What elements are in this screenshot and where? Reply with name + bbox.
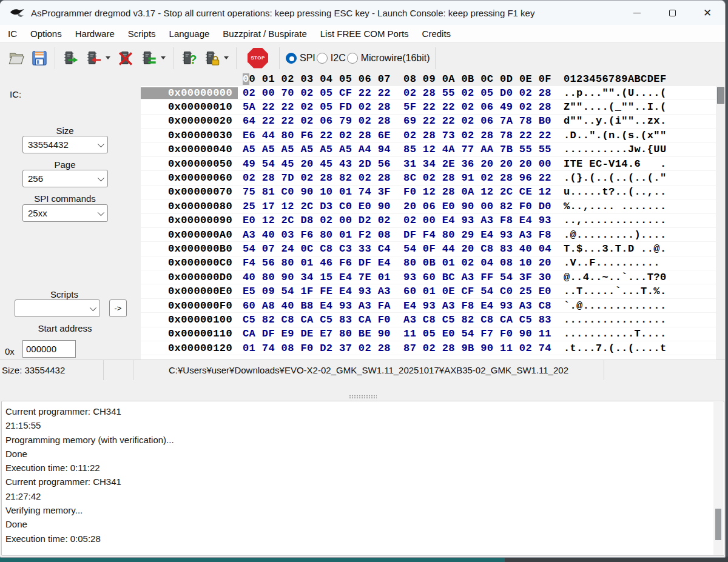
hex-row-ascii[interactable]: ..,.............	[564, 215, 667, 226]
interface-radio[interactable]: I2C	[317, 53, 346, 64]
menu-item[interactable]: Hardware	[69, 25, 121, 42]
status-bar: Size: 33554432 C:¥Users¥user¥Downloads¥E…	[0, 360, 725, 380]
page-value: 256	[28, 173, 98, 184]
hex-row-bytes[interactable]: 54 07 24 0C C8 C3 33 C4 54 0F 44 20 C8 8…	[243, 243, 551, 255]
hex-row-ascii[interactable]: ...........T....	[564, 328, 667, 340]
interface-radio[interactable]: Microwire(16bit)	[347, 53, 430, 64]
hex-row-bytes[interactable]: 02 00 70 02 05 CF 22 22 02 28 55 02 05 D…	[243, 87, 551, 99]
open-file-button[interactable]	[5, 47, 28, 70]
hex-row-ascii[interactable]: d""..y.(i""..zx.	[564, 115, 667, 127]
hex-row-bytes[interactable]: F4 56 80 01 46 F6 DF E4 80 0B 01 02 04 0…	[243, 257, 551, 269]
hex-row-bytes[interactable]: E0 12 2C D8 02 00 D2 02 02 00 E4 93 A3 F…	[243, 215, 551, 226]
hex-row-address: 0x00000050	[141, 158, 238, 170]
hex-row-address: 0x00000010	[141, 101, 238, 113]
save-floppy-icon	[31, 50, 48, 67]
hex-row-bytes[interactable]: E6 44 80 F6 22 02 28 6E 02 28 73 02 28 7…	[243, 130, 551, 141]
menu-item[interactable]: IC	[1, 25, 24, 42]
hex-row-ascii[interactable]: .(}.(..(..(..(."	[564, 172, 667, 184]
hex-row-bytes[interactable]: 40 80 90 34 15 E4 7E 01 93 60 BC A3 FF 5…	[243, 272, 551, 283]
hex-row-ascii[interactable]: ..p..."".(U....(	[564, 87, 667, 99]
menu-item[interactable]: Buzzpirat / Buspirate	[216, 25, 313, 42]
start-address-label: Start address	[0, 323, 130, 333]
unprotect-ic-button[interactable]	[200, 47, 223, 70]
hex-row-ascii[interactable]: @..4..~..`...T?0	[564, 272, 667, 283]
scripts-combobox[interactable]	[15, 299, 100, 317]
log-line: Execution time: 0:11:22	[5, 461, 724, 475]
hex-row-ascii[interactable]: .t...7.(..(....t	[564, 343, 667, 354]
verify-options-dropdown-icon[interactable]	[161, 56, 166, 59]
minimize-icon	[633, 13, 641, 13]
hex-row-bytes[interactable]: 5A 22 22 02 05 FD 02 28 5F 22 22 02 06 4…	[243, 101, 551, 113]
write-options-dropdown-icon[interactable]	[106, 56, 110, 59]
menu-item[interactable]: Language	[163, 25, 217, 42]
hex-row-bytes[interactable]: 49 54 45 20 45 43 2D 56 31 34 2E 36 20 2…	[243, 158, 551, 170]
hex-editor: 00 01 02 03 04 05 06 07 08 09 0A 0B 0C 0…	[141, 72, 726, 360]
hex-scrollbar[interactable]	[716, 86, 726, 360]
hex-row-ascii[interactable]: ITE EC-V14.6 .	[564, 158, 667, 170]
hex-row-bytes[interactable]: A5 A5 A5 A5 A5 A5 A4 94 85 12 4A 77 AA 7…	[243, 144, 551, 155]
menu-item[interactable]: List FREE COM Ports	[314, 25, 416, 42]
detect-ic-button[interactable]: ?	[177, 47, 200, 70]
save-file-button[interactable]	[28, 47, 51, 70]
menu-item[interactable]: Scripts	[121, 25, 163, 42]
spi-commands-combobox[interactable]: 25xx	[22, 204, 108, 222]
hex-row-ascii[interactable]: ..........Jw.{UU	[564, 144, 667, 155]
hex-row-ascii[interactable]: .V..F..........	[564, 257, 667, 269]
close-button[interactable]: ✕	[690, 1, 725, 25]
hex-row-ascii[interactable]: T.$...3.T.D ..@.	[564, 243, 667, 255]
hex-row-bytes[interactable]: C5 82 C8 CA C5 83 CA F0 A3 C8 C5 82 C8 C…	[243, 314, 551, 326]
page-combobox[interactable]: 256	[22, 170, 108, 187]
menu-item[interactable]: Options	[24, 25, 69, 42]
menu-item[interactable]: Credits	[416, 25, 458, 42]
hex-row-address: 0x00000000	[141, 87, 238, 99]
hex-row-bytes[interactable]: CA DF E9 DE E7 80 BE 90 11 05 E0 54 F7 F…	[243, 328, 551, 340]
menu-bar: ICOptionsHardwareScriptsLanguageBuzzpira…	[0, 25, 725, 43]
verify-ic-button[interactable]	[137, 47, 160, 70]
hex-row-ascii[interactable]: .@.........)....	[564, 229, 667, 241]
hex-row-address: 0x000000A0	[141, 229, 238, 241]
size-combobox[interactable]: 33554432	[22, 136, 108, 153]
hex-row-bytes[interactable]: E5 09 54 1F FE E4 93 A3 60 01 0E CF 54 C…	[243, 286, 551, 297]
log-line: Verifying memory...	[5, 503, 724, 517]
minimize-button[interactable]	[619, 1, 655, 25]
interface-radio[interactable]: SPI	[286, 53, 315, 64]
hex-row-ascii[interactable]: .D..".(n.(s.(x""	[564, 130, 667, 141]
log-scrollbar-thumb[interactable]	[715, 509, 721, 540]
hex-scrollbar-thumb[interactable]	[717, 87, 724, 104]
write-ic-button[interactable]	[82, 47, 105, 70]
stop-button[interactable]: STOP	[248, 48, 268, 69]
hex-row-bytes[interactable]: 75 81 C0 90 10 01 74 3F F0 12 28 0A 12 2…	[243, 186, 551, 198]
radio-circle-icon	[286, 53, 297, 64]
hex-row-ascii[interactable]: `.@.............	[564, 300, 667, 312]
hex-row: 0x00000050 49 54 45 20 45 43 2D 56 31 34…	[141, 157, 726, 171]
unprotect-options-dropdown-icon[interactable]	[224, 56, 229, 59]
hex-row-bytes[interactable]: 64 22 22 02 06 79 02 28 69 22 22 02 06 7…	[243, 115, 551, 127]
radio-label: SPI	[300, 53, 315, 64]
hex-row-ascii[interactable]: u.....t?..(..,..	[564, 186, 667, 198]
hex-row: 0x00000000 02 00 70 02 05 CF 22 22 02 28…	[141, 86, 726, 100]
start-address-input[interactable]	[22, 340, 76, 358]
hex-row-bytes[interactable]: A3 40 03 F6 80 01 F2 08 DF F4 80 29 E4 9…	[243, 229, 551, 241]
hex-row-bytes[interactable]: 02 28 7D 02 28 82 02 28 8C 02 28 91 02 2…	[243, 172, 551, 184]
hex-row: 0x00000030 E6 44 80 F6 22 02 28 6E 02 28…	[141, 129, 726, 142]
hex-row-ascii[interactable]: Z""....(_""..I.(	[564, 101, 667, 113]
hex-row: 0x00000110 CA DF E9 DE E7 80 BE 90 11 05…	[141, 327, 726, 341]
log-panel: Current programmer: CH34121:15:55Program…	[1, 401, 724, 556]
run-script-button[interactable]: ->	[109, 299, 127, 317]
splitter-handle[interactable]	[349, 395, 377, 399]
hex-row-ascii[interactable]: %..,.... .......	[564, 201, 667, 212]
hex-row-ascii[interactable]: ................	[564, 314, 667, 326]
read-ic-button[interactable]	[59, 47, 82, 70]
hex-row-bytes[interactable]: 25 17 12 2C D3 C0 E0 90 20 06 E0 90 00 8…	[243, 201, 551, 212]
hex-row-address: 0x000000C0	[141, 257, 238, 269]
hex-row-bytes[interactable]: 01 74 08 F0 D2 37 02 28 87 02 28 9B 90 1…	[243, 343, 551, 354]
hex-row-address: 0x00000040	[141, 144, 238, 155]
log-scrollbar[interactable]	[713, 402, 723, 555]
status-empty-cell	[604, 360, 725, 380]
erase-ic-button[interactable]	[114, 47, 137, 70]
hex-row-ascii[interactable]: ..T.....`...T.%.	[564, 286, 667, 297]
hex-header-rest: 0 01 02 03 04 05 06 07 08 09 0A 0B 0C 0D…	[249, 73, 551, 85]
log-line: Programming memory (with verification)..…	[5, 433, 724, 447]
maximize-button[interactable]	[655, 1, 690, 25]
hex-row-bytes[interactable]: 60 A8 40 B8 E4 93 A3 FA E4 93 A3 F8 E4 9…	[243, 300, 551, 312]
